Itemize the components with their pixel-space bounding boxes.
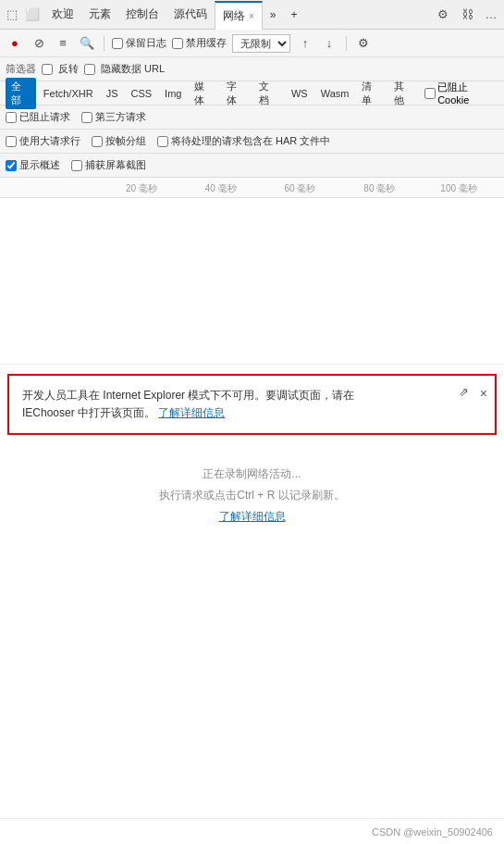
options-bar-1: 已阻止请求 第三方请求 <box>0 106 504 130</box>
timeline-tick-100: 100 毫秒 <box>419 182 498 195</box>
devtools-more-icon[interactable]: … <box>482 6 500 24</box>
toolbar-separator-1 <box>104 36 104 51</box>
inspect-icon[interactable]: ⬚ <box>4 6 20 23</box>
capture-screenshot-checkbox[interactable] <box>71 160 82 171</box>
ie-warning-text: 开发人员工具在 Internet Explorer 模式下不可用。要调试页面，请… <box>22 387 461 422</box>
type-bar: 全部 Fetch/XHR JS CSS Img 媒体 字体 文档 WS Wasm… <box>0 81 504 106</box>
type-btn-css[interactable]: CSS <box>125 86 157 101</box>
type-btn-manifest[interactable]: 清单 <box>356 78 387 109</box>
type-btn-wasm[interactable]: Wasm <box>315 86 355 101</box>
type-btn-ws[interactable]: WS <box>286 86 313 101</box>
type-btn-fetch[interactable]: Fetch/XHR <box>38 86 99 101</box>
tab-bar: ⬚ ⬜ 欢迎 元素 控制台 源代码 网络 × » + ⚙ ⛓ … <box>0 0 504 30</box>
group-by-frame-checkbox[interactable] <box>92 136 103 147</box>
timeline-tick-20: 20 毫秒 <box>102 182 181 195</box>
recording-hint-text: 执行请求或点击Ctrl + R 以记录刷新。 <box>159 488 344 503</box>
tab-welcome[interactable]: 欢迎 <box>44 0 81 29</box>
options-bar-2: 使用大请求行 按帧分组 将待处理的请求包含在 HAR 文件中 <box>0 130 504 154</box>
preserve-log-checkbox[interactable]: 保留日志 <box>112 36 166 50</box>
bottom-info: 正在录制网络活动... 执行请求或点击Ctrl + R 以记录刷新。 了解详细信… <box>0 444 504 540</box>
timeline-header: 20 毫秒 40 毫秒 60 毫秒 80 毫秒 100 毫秒 <box>0 178 504 198</box>
blocked-cookie-checkbox[interactable] <box>424 88 436 99</box>
type-btn-all[interactable]: 全部 <box>6 78 36 109</box>
options-bar-3: 显示概述 捕获屏幕截图 <box>0 154 504 178</box>
blocked-request-checkbox-group: 已阻止请求 <box>6 110 70 124</box>
third-party-checkbox-group: 第三方请求 <box>81 110 146 124</box>
attribution-text: CSDN @weixin_50902406 <box>372 826 493 838</box>
tab-console[interactable]: 控制台 <box>118 0 166 29</box>
timeline-tick-80: 80 毫秒 <box>339 182 419 195</box>
device-icon[interactable]: ⬜ <box>24 6 41 23</box>
third-party-checkbox[interactable] <box>81 112 92 123</box>
include-har-checkbox-group: 将待处理的请求包含在 HAR 文件中 <box>157 134 330 148</box>
recording-status-text: 正在录制网络活动... <box>203 466 301 482</box>
toolbar-separator-2 <box>346 36 347 51</box>
large-rows-checkbox-group: 使用大请求行 <box>6 134 80 148</box>
ie-mode-warning: ⇗ × 开发人员工具在 Internet Explorer 模式下不可用。要调试… <box>7 374 497 435</box>
type-btn-media[interactable]: 媒体 <box>189 78 219 109</box>
tab-add[interactable]: + <box>284 0 305 29</box>
group-by-frame-checkbox-group: 按帧分组 <box>92 134 146 148</box>
reverse-checkbox[interactable] <box>42 64 53 75</box>
blocked-cookie-checkbox-group: 已阻止 Cookie <box>424 81 498 106</box>
record-button[interactable]: ● <box>6 34 24 53</box>
show-overview-checkbox[interactable] <box>6 160 17 171</box>
timeline-tick-60: 60 毫秒 <box>261 182 340 195</box>
type-btn-js[interactable]: JS <box>101 86 124 101</box>
filter-toggle-button[interactable]: ≡ <box>54 34 72 53</box>
include-har-checkbox[interactable] <box>157 136 168 147</box>
tab-bar-right: ⚙ ⛓ … <box>434 6 500 24</box>
learn-more-link[interactable]: 了解详细信息 <box>219 509 286 525</box>
toolbar: ● ⊘ ≡ 🔍 保留日志 禁用缓存 无限制 ↑ ↓ ⚙ <box>0 30 504 57</box>
network-settings-icon[interactable]: ⚙ <box>354 34 373 53</box>
type-btn-font[interactable]: 字体 <box>221 78 252 109</box>
hide-data-url-checkbox[interactable] <box>84 64 95 75</box>
timeline-tick-40: 40 毫秒 <box>181 182 261 195</box>
tab-network[interactable]: 网络 × <box>215 1 263 30</box>
type-btn-img[interactable]: Img <box>159 86 187 101</box>
filter-bar: 筛选器 反转 隐藏数据 URL <box>0 57 504 81</box>
show-overview-checkbox-group: 显示概述 <box>6 158 60 172</box>
tab-elements[interactable]: 元素 <box>81 0 118 29</box>
share-icon[interactable]: ⇗ <box>459 383 469 403</box>
warning-close-button[interactable]: × <box>480 383 487 403</box>
type-btn-other[interactable]: 其他 <box>388 78 419 109</box>
filter-label: 筛选器 <box>6 62 36 76</box>
blocked-request-checkbox[interactable] <box>6 112 17 123</box>
network-content <box>0 198 504 365</box>
type-btn-doc[interactable]: 文档 <box>253 78 284 109</box>
disable-cache-input[interactable] <box>172 38 183 49</box>
preserve-log-input[interactable] <box>112 38 123 49</box>
devtools-settings-icon[interactable]: ⚙ <box>434 6 452 24</box>
large-rows-checkbox[interactable] <box>6 136 17 147</box>
capture-screenshot-checkbox-group: 捕获屏幕截图 <box>71 158 146 172</box>
search-button[interactable]: 🔍 <box>78 34 96 53</box>
ie-warning-learn-link[interactable]: 了解详细信息 <box>158 406 225 419</box>
import-icon[interactable]: ↑ <box>296 34 314 53</box>
footer: CSDN @weixin_50902406 <box>0 818 504 844</box>
throttle-select[interactable]: 无限制 <box>232 34 290 53</box>
stop-button[interactable]: ⊘ <box>30 34 48 53</box>
tab-more-arrow[interactable]: » <box>263 0 284 29</box>
devtools-link-icon[interactable]: ⛓ <box>458 6 476 24</box>
export-icon[interactable]: ↓ <box>320 34 338 53</box>
tab-close-icon[interactable]: × <box>249 11 254 21</box>
tab-sources[interactable]: 源代码 <box>166 0 215 29</box>
disable-cache-checkbox[interactable]: 禁用缓存 <box>172 36 227 50</box>
